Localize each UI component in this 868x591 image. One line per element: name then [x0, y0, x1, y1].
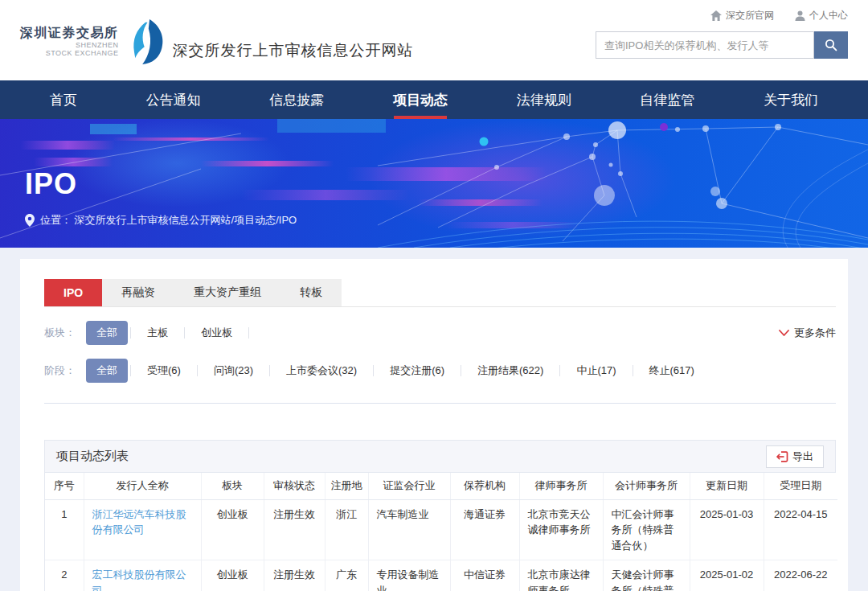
nav-item[interactable]: 项目动态 — [393, 80, 448, 119]
divider — [130, 365, 131, 376]
breadcrumb: 位置： 深交所发行上市审核信息公开网站/项目动态/IPO — [25, 213, 297, 228]
plate-filter-label: 板块： — [44, 326, 76, 340]
table-row: 2宏工科技股份有限公司创业板注册生效广东专用设备制造业中信证券北京市康达律师事务… — [45, 560, 837, 591]
logo-english-name-line1: SHENZHEN — [20, 41, 119, 49]
banner-decoration — [0, 119, 868, 248]
divider — [197, 365, 198, 376]
logo-chinese-name: 深圳证券交易所 — [20, 26, 119, 40]
column-header: 注册地 — [325, 473, 368, 499]
divider — [130, 327, 131, 339]
table-title: 项目动态列表 — [56, 449, 129, 464]
divider — [184, 327, 185, 339]
tab[interactable]: 转板 — [280, 279, 342, 306]
table-cell: 创业板 — [201, 499, 264, 560]
table-cell: 海通证券 — [450, 499, 519, 560]
table-cell: 1 — [45, 499, 84, 560]
table-cell: 中汇会计师事务所（特殊普通合伙） — [603, 499, 690, 560]
table-cell: 2025-01-03 — [690, 499, 764, 560]
tab[interactable]: IPO — [44, 279, 102, 306]
top-links: 深交所官网 个人中心 — [710, 9, 848, 23]
table-row: 1浙江华远汽车科技股份有限公司创业板注册生效浙江汽车制造业海通证券北京市竞天公诚… — [45, 499, 837, 560]
tab[interactable]: 重大资产重组 — [174, 279, 280, 306]
nav-item[interactable]: 自律监管 — [640, 80, 694, 119]
table-cell: 注册生效 — [264, 499, 325, 560]
export-label: 导出 — [792, 449, 813, 464]
tab[interactable]: 再融资 — [102, 279, 174, 306]
main-nav: 首页公告通知信息披露项目动态法律规则自律监管关于我们 — [0, 80, 868, 119]
plate-options: 全部主板创业板 — [86, 321, 252, 345]
filter-option[interactable]: 受理(6) — [133, 363, 194, 378]
table-cell: 广东 — [325, 560, 368, 591]
column-header: 更新日期 — [690, 473, 764, 499]
table-cell: 专用设备制造业 — [368, 560, 450, 591]
chevron-down-icon — [779, 330, 789, 337]
filter-option-selected[interactable]: 全部 — [86, 359, 128, 383]
table-cell: 创业板 — [201, 560, 264, 591]
site-title: 深交所发行上市审核信息公开网站 — [173, 40, 414, 61]
more-conditions-button[interactable]: 更多条件 — [779, 326, 836, 340]
search-icon — [825, 39, 837, 51]
table-cell: 2025-01-02 — [690, 560, 764, 591]
divider — [373, 365, 374, 376]
export-icon — [776, 451, 788, 462]
nav-item[interactable]: 法律规则 — [517, 80, 571, 119]
filter-option-selected[interactable]: 全部 — [86, 321, 128, 345]
column-header: 审核状态 — [264, 473, 325, 499]
filter-option[interactable]: 注册结果(622) — [464, 363, 557, 378]
table-cell: 2022-06-22 — [764, 560, 837, 591]
filter-option[interactable]: 上市委会议(32) — [272, 363, 371, 378]
column-header: 发行人全称 — [84, 473, 201, 499]
search-button[interactable] — [814, 31, 848, 59]
column-header: 序号 — [45, 473, 84, 499]
home-icon — [710, 10, 722, 21]
exchange-logo: 深圳证券交易所 SHENZHEN STOCK EXCHANGE — [20, 19, 166, 64]
divider — [559, 365, 560, 376]
project-table: 序号发行人全称板块审核状态注册地证监会行业保荐机构律师事务所会计师事务所更新日期… — [45, 473, 837, 591]
content-card: IPO再融资重大资产重组转板 板块： 全部主板创业板 更多条件 阶段： 全部受理… — [20, 259, 848, 591]
filter-option[interactable]: 创业板 — [187, 326, 246, 340]
column-header: 受理日期 — [764, 473, 837, 499]
page-title: IPO — [25, 167, 77, 201]
header-right: 深交所官网 个人中心 — [596, 9, 848, 59]
issuer-link[interactable]: 宏工科技股份有限公司 — [84, 560, 201, 591]
search-box — [596, 31, 848, 59]
search-input[interactable] — [596, 31, 814, 59]
filter-option[interactable]: 中止(17) — [563, 363, 629, 378]
nav-item[interactable]: 关于我们 — [764, 80, 818, 119]
stage-options: 全部受理(6)问询(23)上市委会议(32)提交注册(6)注册结果(622)中止… — [86, 359, 708, 383]
divider — [461, 365, 461, 376]
site-header: 深圳证券交易所 SHENZHEN STOCK EXCHANGE 深交所发行上市审… — [0, 0, 868, 80]
stage-filter-label: 阶段： — [44, 363, 76, 378]
nav-item[interactable]: 首页 — [50, 80, 77, 119]
nav-item[interactable]: 公告通知 — [146, 80, 201, 119]
logo-text: 深圳证券交易所 SHENZHEN STOCK EXCHANGE — [20, 26, 119, 57]
table-cell: 注册生效 — [264, 560, 325, 591]
export-button[interactable]: 导出 — [766, 445, 824, 468]
table-cell: 中信证券 — [450, 560, 519, 591]
section-divider — [44, 403, 836, 404]
user-icon — [795, 10, 805, 21]
filter-option[interactable]: 提交注册(6) — [376, 363, 458, 378]
table-cell: 浙江 — [325, 499, 368, 560]
column-header: 律师事务所 — [519, 473, 603, 499]
column-header: 证监会行业 — [368, 473, 450, 499]
column-header: 保荐机构 — [450, 473, 519, 499]
filter-option[interactable]: 问询(23) — [200, 363, 267, 378]
more-conditions-label: 更多条件 — [794, 326, 836, 340]
personal-center-link[interactable]: 个人中心 — [795, 9, 848, 23]
filter-option[interactable]: 终止(617) — [636, 363, 708, 378]
table-cell: 2 — [45, 560, 84, 591]
issuer-link[interactable]: 浙江华远汽车科技股份有限公司 — [84, 499, 201, 560]
project-table-section: 项目动态列表 导出 序号发行人全称板块审核状态注册地证监会行业保荐机构律师事务所… — [44, 440, 836, 591]
table-cell: 天健会计师事务所（特殊普通合伙） — [603, 560, 690, 591]
category-tabs: IPO再融资重大资产重组转板 — [44, 279, 836, 307]
szse-logo-icon — [125, 19, 166, 64]
divider — [248, 327, 249, 339]
breadcrumb-text: 位置： 深交所发行上市审核信息公开网站/项目动态/IPO — [40, 213, 297, 228]
nav-item[interactable]: 信息披露 — [269, 80, 324, 119]
filter-option[interactable]: 主板 — [133, 326, 182, 340]
column-header: 板块 — [201, 473, 264, 499]
official-site-link[interactable]: 深交所官网 — [710, 9, 774, 23]
page-banner: IPO 位置： 深交所发行上市审核信息公开网站/项目动态/IPO — [0, 119, 868, 248]
table-cell: 2022-04-15 — [764, 499, 837, 560]
